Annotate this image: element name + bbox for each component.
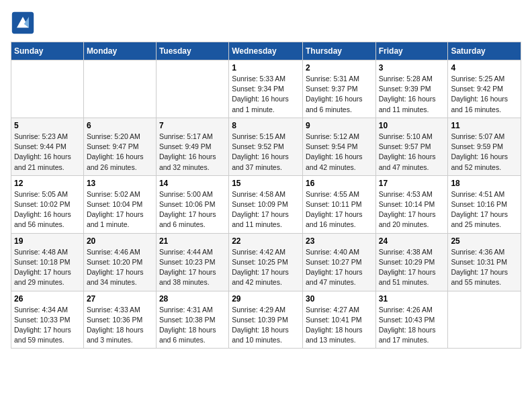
calendar-cell: 30Sunrise: 4:27 AM Sunset: 10:41 PM Dayl… xyxy=(302,291,375,349)
day-number: 24 xyxy=(379,236,445,246)
calendar-cell: 24Sunrise: 4:38 AM Sunset: 10:29 PM Dayl… xyxy=(375,233,448,291)
day-number: 22 xyxy=(232,236,300,246)
day-info: Sunrise: 5:12 AM Sunset: 9:54 PM Dayligh… xyxy=(306,132,373,173)
calendar-table: SundayMondayTuesdayWednesdayThursdayFrid… xyxy=(11,42,521,349)
calendar-cell: 13Sunrise: 5:02 AM Sunset: 10:04 PM Dayl… xyxy=(83,175,156,233)
day-info: Sunrise: 4:53 AM Sunset: 10:14 PM Daylig… xyxy=(379,189,445,230)
calendar-cell: 9Sunrise: 5:12 AM Sunset: 9:54 PM Daylig… xyxy=(302,118,375,175)
day-info: Sunrise: 5:02 AM Sunset: 10:04 PM Daylig… xyxy=(87,189,153,230)
day-info: Sunrise: 4:51 AM Sunset: 10:16 PM Daylig… xyxy=(451,189,518,230)
calendar-cell: 19Sunrise: 4:48 AM Sunset: 10:18 PM Dayl… xyxy=(11,233,84,291)
day-number: 4 xyxy=(451,63,518,73)
day-info: Sunrise: 5:10 AM Sunset: 9:57 PM Dayligh… xyxy=(379,132,445,173)
calendar-cell: 4Sunrise: 5:25 AM Sunset: 9:42 PM Daylig… xyxy=(448,60,521,118)
day-info: Sunrise: 4:29 AM Sunset: 10:39 PM Daylig… xyxy=(232,305,300,346)
weekday-header-thursday: Thursday xyxy=(302,42,375,60)
day-info: Sunrise: 5:23 AM Sunset: 9:44 PM Dayligh… xyxy=(14,132,81,173)
calendar-cell: 16Sunrise: 4:55 AM Sunset: 10:11 PM Dayl… xyxy=(302,175,375,233)
calendar-cell: 17Sunrise: 4:53 AM Sunset: 10:14 PM Dayl… xyxy=(375,175,448,233)
day-info: Sunrise: 4:48 AM Sunset: 10:18 PM Daylig… xyxy=(14,247,81,288)
day-number: 1 xyxy=(232,63,300,73)
calendar-week-row: 26Sunrise: 4:34 AM Sunset: 10:33 PM Dayl… xyxy=(11,291,521,349)
calendar-cell: 3Sunrise: 5:28 AM Sunset: 9:39 PM Daylig… xyxy=(375,60,448,118)
calendar-cell: 18Sunrise: 4:51 AM Sunset: 10:16 PM Dayl… xyxy=(448,175,521,233)
day-number: 11 xyxy=(451,121,518,130)
calendar-cell: 7Sunrise: 5:17 AM Sunset: 9:49 PM Daylig… xyxy=(156,118,228,175)
day-info: Sunrise: 5:07 AM Sunset: 9:59 PM Dayligh… xyxy=(451,132,518,173)
day-info: Sunrise: 4:55 AM Sunset: 10:11 PM Daylig… xyxy=(306,189,373,230)
day-info: Sunrise: 5:15 AM Sunset: 9:52 PM Dayligh… xyxy=(232,132,300,173)
logo-icon xyxy=(11,11,35,35)
day-info: Sunrise: 4:27 AM Sunset: 10:41 PM Daylig… xyxy=(306,305,373,346)
day-info: Sunrise: 5:25 AM Sunset: 9:42 PM Dayligh… xyxy=(451,74,518,115)
calendar-cell: 22Sunrise: 4:42 AM Sunset: 10:25 PM Dayl… xyxy=(229,233,303,291)
page-header xyxy=(11,11,521,35)
calendar-header-row: SundayMondayTuesdayWednesdayThursdayFrid… xyxy=(11,42,521,60)
calendar-cell: 15Sunrise: 4:58 AM Sunset: 10:09 PM Dayl… xyxy=(229,175,303,233)
day-info: Sunrise: 4:34 AM Sunset: 10:33 PM Daylig… xyxy=(14,305,81,346)
calendar-cell: 5Sunrise: 5:23 AM Sunset: 9:44 PM Daylig… xyxy=(11,118,84,175)
calendar-cell: 6Sunrise: 5:20 AM Sunset: 9:47 PM Daylig… xyxy=(83,118,156,175)
calendar-cell: 27Sunrise: 4:33 AM Sunset: 10:36 PM Dayl… xyxy=(83,291,156,349)
calendar-cell: 21Sunrise: 4:44 AM Sunset: 10:23 PM Dayl… xyxy=(156,233,228,291)
day-info: Sunrise: 4:58 AM Sunset: 10:09 PM Daylig… xyxy=(232,189,300,230)
day-info: Sunrise: 4:40 AM Sunset: 10:27 PM Daylig… xyxy=(306,247,373,288)
calendar-cell: 11Sunrise: 5:07 AM Sunset: 9:59 PM Dayli… xyxy=(448,118,521,175)
day-number: 8 xyxy=(232,121,300,130)
weekday-header-friday: Friday xyxy=(375,42,448,60)
day-info: Sunrise: 4:38 AM Sunset: 10:29 PM Daylig… xyxy=(379,247,445,288)
weekday-header-monday: Monday xyxy=(83,42,156,60)
day-number: 17 xyxy=(379,179,445,188)
calendar-cell xyxy=(83,60,156,118)
weekday-header-tuesday: Tuesday xyxy=(156,42,228,60)
logo xyxy=(11,11,38,35)
calendar-cell: 31Sunrise: 4:26 AM Sunset: 10:43 PM Dayl… xyxy=(375,291,448,349)
day-info: Sunrise: 4:31 AM Sunset: 10:38 PM Daylig… xyxy=(159,305,226,346)
day-number: 3 xyxy=(379,63,445,73)
calendar-cell: 8Sunrise: 5:15 AM Sunset: 9:52 PM Daylig… xyxy=(229,118,303,175)
calendar-cell: 10Sunrise: 5:10 AM Sunset: 9:57 PM Dayli… xyxy=(375,118,448,175)
day-info: Sunrise: 5:33 AM Sunset: 9:34 PM Dayligh… xyxy=(232,74,300,115)
day-number: 14 xyxy=(159,179,226,188)
calendar-cell: 2Sunrise: 5:31 AM Sunset: 9:37 PM Daylig… xyxy=(302,60,375,118)
weekday-header-wednesday: Wednesday xyxy=(229,42,303,60)
calendar-cell: 12Sunrise: 5:05 AM Sunset: 10:02 PM Dayl… xyxy=(11,175,84,233)
weekday-header-saturday: Saturday xyxy=(448,42,521,60)
day-number: 21 xyxy=(159,236,226,246)
calendar-cell: 1Sunrise: 5:33 AM Sunset: 9:34 PM Daylig… xyxy=(229,60,303,118)
day-info: Sunrise: 5:20 AM Sunset: 9:47 PM Dayligh… xyxy=(87,132,153,173)
calendar-cell: 28Sunrise: 4:31 AM Sunset: 10:38 PM Dayl… xyxy=(156,291,228,349)
calendar-cell: 20Sunrise: 4:46 AM Sunset: 10:20 PM Dayl… xyxy=(83,233,156,291)
day-info: Sunrise: 5:00 AM Sunset: 10:06 PM Daylig… xyxy=(159,189,226,230)
calendar-cell: 14Sunrise: 5:00 AM Sunset: 10:06 PM Dayl… xyxy=(156,175,228,233)
calendar-week-row: 12Sunrise: 5:05 AM Sunset: 10:02 PM Dayl… xyxy=(11,175,521,233)
day-number: 12 xyxy=(14,179,81,188)
day-info: Sunrise: 4:42 AM Sunset: 10:25 PM Daylig… xyxy=(232,247,300,288)
day-number: 23 xyxy=(306,236,373,246)
day-number: 30 xyxy=(306,294,373,304)
day-number: 31 xyxy=(379,294,445,304)
calendar-cell xyxy=(11,60,84,118)
day-number: 7 xyxy=(159,121,226,130)
day-info: Sunrise: 5:05 AM Sunset: 10:02 PM Daylig… xyxy=(14,189,81,230)
day-info: Sunrise: 4:44 AM Sunset: 10:23 PM Daylig… xyxy=(159,247,226,288)
day-number: 2 xyxy=(306,63,373,73)
day-number: 15 xyxy=(232,179,300,188)
day-number: 13 xyxy=(87,179,153,188)
day-number: 29 xyxy=(232,294,300,304)
calendar-cell xyxy=(448,291,521,349)
day-number: 5 xyxy=(14,121,81,130)
day-info: Sunrise: 5:28 AM Sunset: 9:39 PM Dayligh… xyxy=(379,74,445,115)
day-number: 9 xyxy=(306,121,373,130)
calendar-cell: 23Sunrise: 4:40 AM Sunset: 10:27 PM Dayl… xyxy=(302,233,375,291)
day-number: 28 xyxy=(159,294,226,304)
day-info: Sunrise: 5:31 AM Sunset: 9:37 PM Dayligh… xyxy=(306,74,373,115)
day-info: Sunrise: 5:17 AM Sunset: 9:49 PM Dayligh… xyxy=(159,132,226,173)
day-number: 6 xyxy=(87,121,153,130)
calendar-week-row: 19Sunrise: 4:48 AM Sunset: 10:18 PM Dayl… xyxy=(11,233,521,291)
calendar-cell: 25Sunrise: 4:36 AM Sunset: 10:31 PM Dayl… xyxy=(448,233,521,291)
calendar-cell: 29Sunrise: 4:29 AM Sunset: 10:39 PM Dayl… xyxy=(229,291,303,349)
calendar-cell xyxy=(156,60,228,118)
day-number: 25 xyxy=(451,236,518,246)
day-info: Sunrise: 4:36 AM Sunset: 10:31 PM Daylig… xyxy=(451,247,518,288)
